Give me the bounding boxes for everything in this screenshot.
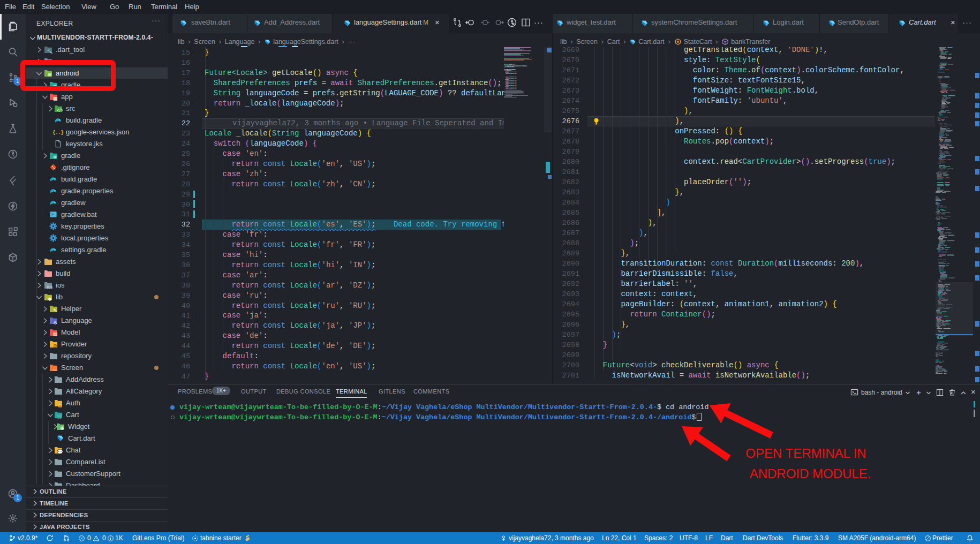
svg-text:✎: ✎	[53, 308, 57, 313]
svg-text:A̯: A̯	[54, 320, 57, 325]
svg-text:◆: ◆	[48, 296, 52, 301]
svg-text:⚙: ⚙	[53, 343, 57, 349]
svg-text:🔧: 🔧	[47, 48, 52, 54]
svg-text:</>: </>	[56, 108, 63, 113]
svg-text:💬: 💬	[57, 449, 63, 455]
svg-text:>_: >_	[51, 213, 56, 217]
svg-text:🔒: 🔒	[57, 402, 63, 407]
svg-text:✚: ✚	[60, 426, 64, 431]
svg-text:{..}: {..}	[52, 130, 63, 135]
svg-text:▤: ▤	[53, 331, 58, 337]
svg-text:▦: ▦	[53, 96, 58, 101]
svg-text:ios: ios	[47, 284, 52, 290]
svg-text:🛒: 🛒	[57, 413, 63, 419]
svg-text:▭: ▭	[53, 367, 58, 372]
